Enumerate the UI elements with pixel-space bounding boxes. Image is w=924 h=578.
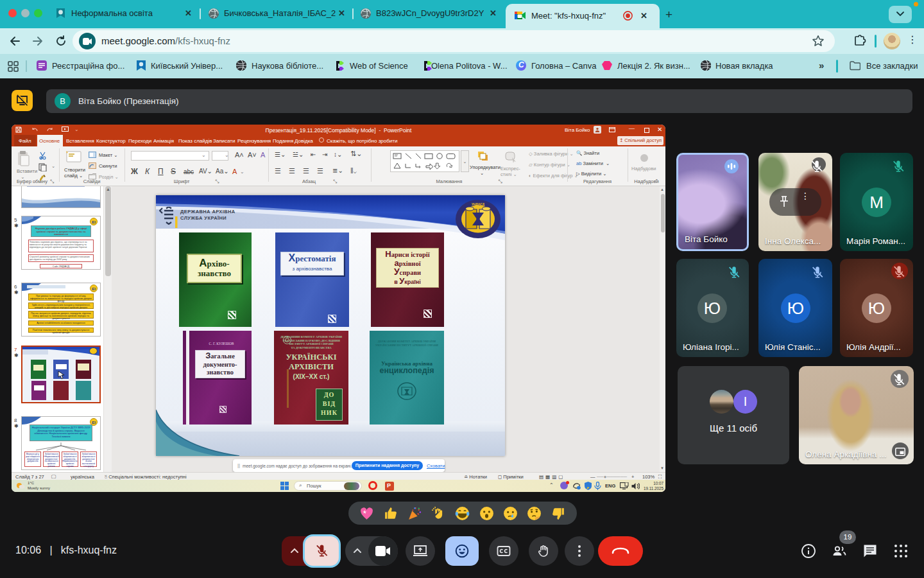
svg-text:УНДІАСД: УНДІАСД xyxy=(472,203,485,206)
